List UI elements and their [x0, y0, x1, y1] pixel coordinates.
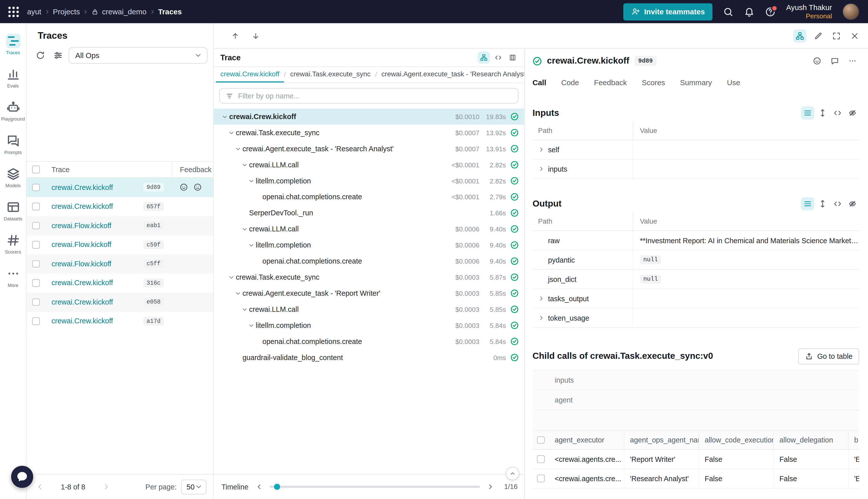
expand-values-button[interactable]: [816, 106, 829, 120]
tab-feedback[interactable]: Feedback: [594, 78, 627, 87]
tab-summary[interactable]: Summary: [680, 78, 712, 87]
chevron-down-icon[interactable]: [247, 177, 256, 185]
go-to-table-button[interactable]: Go to table: [798, 348, 859, 364]
child-call-row[interactable]: <crewai.agents.cre...'Research Analyst'F…: [532, 469, 859, 488]
chevron-down-icon[interactable]: [240, 160, 249, 169]
scroll-top-button[interactable]: [506, 467, 519, 480]
detail-table-row[interactable]: token_usage: [532, 308, 859, 328]
row-checkbox[interactable]: [537, 455, 545, 463]
refresh-button[interactable]: [33, 48, 48, 63]
detail-table-row[interactable]: json_dictnull: [532, 270, 859, 289]
chevron-down-icon[interactable]: [227, 128, 236, 137]
breadcrumb-item-ayut[interactable]: ayut: [27, 8, 41, 16]
chevron-right-icon[interactable]: [537, 146, 545, 154]
sidebar-item-playground[interactable]: Playground: [0, 95, 26, 126]
row-checkbox[interactable]: [32, 222, 40, 229]
sidebar-item-evals[interactable]: Evals: [0, 62, 26, 93]
tab-code[interactable]: Code: [561, 78, 579, 87]
chevron-down-icon[interactable]: [240, 224, 249, 233]
timeline-prev-icon[interactable]: [254, 482, 264, 492]
trace-tree-row[interactable]: crewai.LLM.call$0.00035.85s: [214, 301, 524, 317]
trace-tree-row[interactable]: crewai.Task.execute_sync$0.000713.92s: [214, 125, 524, 141]
chevron-down-icon[interactable]: [234, 144, 243, 153]
detail-table-row[interactable]: self: [532, 140, 859, 160]
trace-tree-row[interactable]: litellm.completion$0.00069.40s: [214, 237, 524, 253]
chevron-down-icon[interactable]: [227, 273, 236, 282]
fullscreen-button[interactable]: [830, 29, 843, 42]
trace-op-link[interactable]: crewai.Flow.kickoff: [51, 241, 111, 249]
tab-use[interactable]: Use: [727, 78, 740, 87]
invite-teammates-button[interactable]: Invite teammates: [623, 3, 712, 20]
sidebar-item-more[interactable]: More: [0, 261, 26, 292]
code-view-button[interactable]: [492, 51, 504, 63]
flame-view-button[interactable]: [507, 51, 519, 63]
chevron-down-icon[interactable]: [247, 241, 256, 250]
chevron-down-icon[interactable]: [247, 321, 256, 330]
detail-table-row[interactable]: raw**Investment Report: AI in Chemical a…: [532, 231, 859, 250]
feedback-negative-icon[interactable]: [193, 183, 202, 192]
trace-table-row[interactable]: crewai.Flow.kickoffeab1: [27, 216, 213, 235]
trace-tree-row[interactable]: openai.chat.completions.create$0.00035.8…: [214, 333, 524, 350]
hide-empty-button[interactable]: [846, 197, 859, 210]
hide-empty-button[interactable]: [846, 106, 859, 120]
notifications-bell-icon[interactable]: [744, 6, 755, 17]
row-checkbox[interactable]: [32, 184, 40, 191]
trace-tree-row[interactable]: litellm.completion$0.00035.84s: [214, 317, 524, 333]
select-all-checkbox[interactable]: [32, 166, 40, 173]
trace-table-row[interactable]: crewai.Flow.kickoffc5ff: [27, 254, 213, 273]
row-checkbox[interactable]: [32, 241, 40, 248]
wandb-logo-icon[interactable]: [7, 5, 20, 19]
trace-tree-row[interactable]: litellm.completion<$0.00012.82s: [214, 173, 524, 189]
chevron-right-icon[interactable]: [537, 165, 545, 173]
user-menu[interactable]: Ayush Thakur Personal: [786, 3, 832, 20]
trace-table-row[interactable]: crewai.Crew.kickoff316c: [27, 273, 213, 292]
trace-table-row[interactable]: crewai.Crew.kickoffe058: [27, 292, 213, 312]
trace-path-tab[interactable]: crewai.Crew.kickoff: [216, 67, 284, 83]
trace-tree-row[interactable]: openai.chat.completions.create<$0.00012.…: [214, 189, 524, 205]
child-call-row[interactable]: <crewai.agents.cre...'Report Writer'Fals…: [532, 450, 859, 469]
op-name-filter-input[interactable]: Filter by op name...: [219, 88, 519, 104]
trace-op-link[interactable]: crewai.Crew.kickoff: [51, 183, 113, 192]
trace-op-link[interactable]: crewai.Flow.kickoff: [51, 221, 111, 230]
avatar[interactable]: [843, 3, 859, 20]
chat-widget-button[interactable]: [11, 466, 33, 488]
previous-call-button[interactable]: [229, 30, 241, 42]
trace-tree-row[interactable]: crewai.Crew.kickoff$0.001019.83s: [214, 109, 524, 125]
sidebar-item-datasets[interactable]: Datasets: [0, 195, 26, 226]
trace-tree-row[interactable]: crewai.LLM.call<$0.00012.82s: [214, 157, 524, 173]
search-icon[interactable]: [723, 6, 734, 17]
detail-table-row[interactable]: inputs: [532, 160, 859, 179]
sidebar-item-scorers[interactable]: Scorers: [0, 228, 26, 259]
close-button[interactable]: [848, 29, 861, 42]
trace-path-tab[interactable]: crewai.Agent.execute_task - 'Research An…: [377, 67, 524, 83]
tab-scores[interactable]: Scores: [642, 78, 665, 87]
trace-table-row[interactable]: crewai.Crew.kickoffa17d: [27, 312, 213, 331]
column-settings-button[interactable]: [51, 48, 65, 63]
sidebar-item-prompts[interactable]: Prompts: [0, 129, 26, 159]
trace-tree-row[interactable]: crewai.Agent.execute_task - 'Report Writ…: [214, 285, 524, 301]
detail-table-row[interactable]: tasks_output: [532, 289, 859, 308]
edit-button[interactable]: [811, 29, 825, 42]
timeline-slider[interactable]: [270, 486, 480, 488]
row-checkbox[interactable]: [537, 475, 545, 482]
sidebar-item-models[interactable]: Models: [0, 162, 26, 193]
trace-tree-row[interactable]: guardrail-validate_blog_content0ms: [214, 350, 524, 366]
trace-tree-row[interactable]: SerperDevTool._run1.66s: [214, 205, 524, 221]
trace-op-link[interactable]: crewai.Crew.kickoff: [51, 298, 113, 306]
toggle-tree-panel-button[interactable]: [793, 29, 806, 42]
trace-tree-row[interactable]: openai.chat.completions.create$0.00069.4…: [214, 253, 524, 269]
prev-page-icon[interactable]: [33, 480, 47, 494]
row-checkbox[interactable]: [32, 260, 40, 268]
expand-values-button[interactable]: [816, 197, 829, 210]
chevron-right-icon[interactable]: [537, 295, 545, 303]
trace-table-row[interactable]: crewai.Crew.kickoff9d89: [27, 178, 213, 197]
next-call-button[interactable]: [250, 30, 262, 42]
row-checkbox[interactable]: [32, 298, 40, 306]
trace-tree-row[interactable]: crewai.Task.execute_sync$0.00035.87s: [214, 269, 524, 285]
next-page-icon[interactable]: [100, 480, 113, 494]
comment-button[interactable]: [828, 54, 841, 68]
list-view-button[interactable]: [801, 106, 814, 120]
code-format-button[interactable]: [831, 106, 844, 120]
sidebar-item-traces[interactable]: Traces: [0, 29, 26, 60]
list-view-button[interactable]: [801, 197, 814, 210]
